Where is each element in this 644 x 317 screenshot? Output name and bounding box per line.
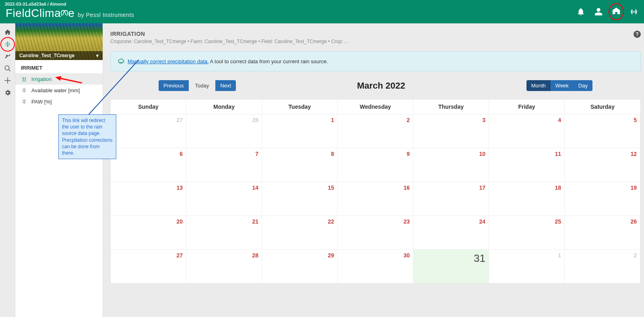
rail-settings[interactable] xyxy=(2,87,13,98)
day-number: 26 xyxy=(630,218,637,225)
day-number: 28 xyxy=(252,252,258,259)
broadcast-icon[interactable] xyxy=(630,7,638,16)
water-icon xyxy=(21,87,27,93)
day-number: 13 xyxy=(176,184,183,191)
calendar-cell[interactable]: 23 xyxy=(338,215,413,249)
month-button[interactable]: Month xyxy=(526,80,551,91)
calendar-cell[interactable]: 8 xyxy=(262,148,338,182)
weekday-header: Monday xyxy=(186,99,262,114)
nav-irrigation[interactable]: Irrigation xyxy=(15,73,103,85)
day-number: 8 xyxy=(331,151,334,157)
bell-icon[interactable] xyxy=(576,7,585,16)
weekday-header: Tuesday xyxy=(262,99,338,114)
day-number: 24 xyxy=(479,218,485,225)
chevron-down-icon: ▾ xyxy=(96,53,99,58)
calendar-title: March 2022 xyxy=(357,81,405,91)
day-number: 7 xyxy=(255,151,258,157)
rail-satellite[interactable] xyxy=(2,51,13,62)
paw-icon xyxy=(21,98,27,105)
weekday-header: Wednesday xyxy=(338,99,413,114)
calendar-cell[interactable]: 1 xyxy=(262,114,338,148)
calendar-cell[interactable]: 31 xyxy=(413,249,489,283)
rail-home[interactable] xyxy=(2,27,13,38)
calendar-cell[interactable]: 22 xyxy=(262,215,338,249)
calendar-cell[interactable]: 16 xyxy=(338,182,413,215)
calendar-cell[interactable]: 12 xyxy=(565,148,640,182)
info-box: Manually correct precipitation data. A t… xyxy=(110,52,641,71)
calendar-cell[interactable]: 25 xyxy=(489,215,565,249)
calendar-cell[interactable]: 5 xyxy=(565,114,640,148)
weekday-header: Thursday xyxy=(413,99,489,114)
day-number: 10 xyxy=(479,151,485,157)
calendar-cell[interactable]: 29 xyxy=(262,249,338,283)
prev-button[interactable]: Previous xyxy=(159,80,189,91)
help-icon[interactable]: ? xyxy=(634,31,641,38)
calendar-cell[interactable]: 14 xyxy=(186,182,262,215)
leaf-icon xyxy=(61,10,68,20)
calendar-cell[interactable]: 18 xyxy=(489,182,565,215)
day-number: 29 xyxy=(328,252,334,259)
farm-icon xyxy=(612,6,621,15)
precip-link[interactable]: Manually correct precipitation data. xyxy=(128,58,209,64)
day-number: 19 xyxy=(630,184,637,191)
calendar-cell[interactable]: 10 xyxy=(413,148,489,182)
calendar-cell[interactable]: 27 xyxy=(111,249,186,283)
day-number: 4 xyxy=(558,117,561,123)
day-number: 20 xyxy=(176,218,183,225)
week-button[interactable]: Week xyxy=(551,80,574,91)
calendar: SundayMondayTuesdayWednesdayThursdayFrid… xyxy=(110,99,641,284)
rail-target[interactable] xyxy=(2,75,13,86)
left-rail xyxy=(0,23,15,317)
cropzone-name: Caroline_Test_TCmerge xyxy=(19,53,74,58)
calendar-cell[interactable]: 27 xyxy=(111,114,186,148)
farm-icon-circled[interactable] xyxy=(612,6,621,17)
day-number: 9 xyxy=(407,151,410,157)
day-number: 2 xyxy=(634,252,637,259)
today-button[interactable]: Today xyxy=(190,80,214,91)
calendar-cell[interactable]: 28 xyxy=(186,114,262,148)
day-number: 25 xyxy=(555,218,561,225)
calendar-cell[interactable]: 28 xyxy=(186,249,262,283)
calendar-cell[interactable]: 4 xyxy=(489,114,565,148)
day-number: 31 xyxy=(474,252,485,264)
calendar-cell[interactable]: 3 xyxy=(413,114,489,148)
day-number: 2 xyxy=(407,117,410,123)
calendar-cell[interactable]: 26 xyxy=(565,215,640,249)
cropzone-hero[interactable]: Caroline_Test_TCmerge▾ xyxy=(15,23,103,60)
user-icon[interactable] xyxy=(594,7,603,16)
calendar-cell[interactable]: 13 xyxy=(111,182,186,215)
side-panel: Caroline_Test_TCmerge▾ IRRIMET Irrigatio… xyxy=(15,23,103,317)
day-button[interactable]: Day xyxy=(574,80,592,91)
rail-irrigation-circled[interactable] xyxy=(2,39,13,50)
page-title: IRRIGATION xyxy=(110,31,349,37)
rail-search[interactable] xyxy=(2,63,13,74)
weekday-header: Friday xyxy=(489,99,565,114)
calendar-cell[interactable]: 17 xyxy=(413,182,489,215)
next-button[interactable]: Next xyxy=(215,80,236,91)
annotation-note: This link will redirect the user to the … xyxy=(58,114,116,159)
day-number: 18 xyxy=(555,184,561,191)
day-number: 14 xyxy=(252,184,258,191)
day-number: 11 xyxy=(555,151,561,157)
calendar-cell[interactable]: 2 xyxy=(565,249,640,283)
calendar-cell[interactable]: 21 xyxy=(186,215,262,249)
calendar-cell[interactable]: 20 xyxy=(111,215,186,249)
calendar-cell[interactable]: 11 xyxy=(489,148,565,182)
main-content: IRRIGATION Cropzone: Caroline_Test_TCmer… xyxy=(103,23,644,317)
calendar-cell[interactable]: 6 xyxy=(111,148,186,182)
calendar-cell[interactable]: 30 xyxy=(338,249,413,283)
irrigation-icon xyxy=(21,76,27,82)
calendar-cell[interactable]: 9 xyxy=(338,148,413,182)
top-bar: 2022-03-31.a5d23a6 / Almond FieldClimae … xyxy=(0,0,644,23)
day-number: 15 xyxy=(328,184,334,191)
calendar-cell[interactable]: 24 xyxy=(413,215,489,249)
calendar-toolbar: Previous Today Next March 2022 Month Wee… xyxy=(110,80,641,91)
calendar-cell[interactable]: 7 xyxy=(186,148,262,182)
calendar-cell[interactable]: 19 xyxy=(565,182,640,215)
calendar-cell[interactable]: 15 xyxy=(262,182,338,215)
nav-paw[interactable]: PAW [%] xyxy=(15,96,103,107)
calendar-cell[interactable]: 2 xyxy=(338,114,413,148)
nav-available-water[interactable]: Available water [mm] xyxy=(15,85,103,96)
logo[interactable]: FieldClimae by Pessl Instruments xyxy=(6,7,134,20)
calendar-cell[interactable]: 1 xyxy=(489,249,565,283)
